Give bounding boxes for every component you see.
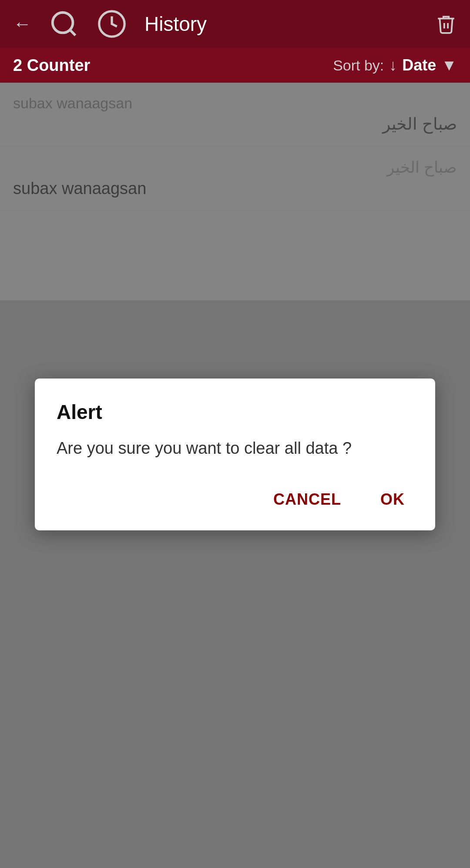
sort-chevron-icon: ▼	[441, 56, 457, 74]
sort-arrow-icon: ↓	[389, 56, 397, 74]
svg-point-0	[53, 13, 73, 33]
dialog-title: Alert	[57, 400, 413, 424]
app-header: ← History	[0, 0, 470, 48]
sub-header: 2 Counter Sort by: ↓ Date ▼	[0, 48, 470, 83]
modal-overlay	[0, 83, 470, 300]
counter-text: 2 Counter	[13, 56, 333, 75]
ok-button[interactable]: OK	[372, 486, 413, 513]
sort-label: Sort by:	[333, 57, 384, 74]
cancel-button[interactable]: CANCEL	[265, 486, 350, 513]
sort-section[interactable]: Sort by: ↓ Date ▼	[333, 56, 457, 74]
sort-value: Date	[402, 56, 436, 74]
header-title: History	[144, 12, 418, 36]
dialog-buttons: CANCEL OK	[57, 486, 413, 513]
back-icon[interactable]: ←	[13, 13, 31, 34]
svg-line-1	[70, 30, 76, 36]
alert-dialog: Alert Are you sure you want to clear all…	[35, 379, 435, 530]
history-clock-icon	[97, 9, 127, 39]
dialog-message: Are you sure you want to clear all data …	[57, 437, 413, 460]
content-area: subax wanaagsan صباح الخير صباح الخير su…	[0, 83, 470, 300]
search-icon[interactable]	[49, 9, 79, 39]
delete-icon[interactable]	[435, 13, 457, 35]
